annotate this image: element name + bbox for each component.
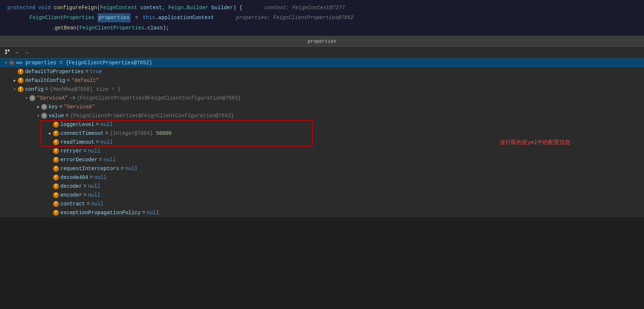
icon-f-decoder: f — [53, 183, 59, 189]
svg-rect-0 — [5, 50, 7, 51]
tree-row-decoder[interactable]: f decoder = null — [0, 182, 644, 191]
keyword-this: this — [143, 14, 155, 22]
param-context: context — [140, 4, 162, 12]
svg-rect-1 — [8, 50, 10, 51]
type-feign: Feign — [168, 4, 184, 12]
tree-row-errordecoder[interactable]: f errorDecoder = null — [0, 155, 644, 164]
expand-value[interactable]: ▾ — [35, 114, 41, 118]
tree-row-connecttimeout[interactable]: ▶ f connectTimeout = {Integer@7664} 5000… — [0, 129, 644, 138]
svg-rect-2 — [5, 52, 7, 54]
icon-f-exceptionpropagationpolicy: f — [53, 210, 59, 216]
root-expand-arrow[interactable]: ▾ — [3, 61, 9, 65]
annotation-text: 这行取的是yml中的配置信息 — [500, 139, 570, 146]
tree-row-encoder[interactable]: f encoder = null — [0, 191, 644, 200]
panel-title: properties — [308, 39, 336, 44]
icon-f-decode404: f — [53, 175, 59, 180]
icon-f-loggerlevel: f — [53, 122, 59, 127]
code-line-2: FeignClientProperties properties = this … — [0, 12, 644, 23]
root-icon: ∞ — [9, 60, 15, 66]
tree-row-defaulttoproperties[interactable]: f defaultToProperties = true — [0, 67, 644, 76]
tree-row-loggerlevel[interactable]: f loggerLevel = null — [0, 120, 644, 129]
debugger-panel: properties ← → ▾ ∞ ∞∞ properties = {Feig… — [0, 36, 644, 217]
debugger-toolbar: ← → — [0, 47, 644, 58]
icon-f-retryer: f — [53, 148, 59, 154]
type-builder: Builder — [187, 4, 208, 12]
expand-key[interactable]: ▶ — [35, 105, 41, 109]
tree-row-defaultconfig[interactable]: ▶ f defaultConfig = "default" — [0, 76, 644, 85]
field-application-context: applicationContext — [158, 14, 214, 22]
field-class: class — [147, 24, 163, 32]
code-comment-1: context: FeignContext@7277 — [265, 4, 345, 12]
tree-root-row[interactable]: ▾ ∞ ∞∞ properties = {FeignClientProperti… — [0, 58, 644, 67]
expand-config[interactable]: ▾ — [12, 87, 18, 91]
tree-row-value[interactable]: ▾ ≡ value = {FeignClientProperties$Feign… — [0, 111, 644, 120]
highlighted-region: f loggerLevel = null ▶ f connectTimeout … — [0, 120, 644, 147]
icon-map-key: ≡ — [41, 104, 47, 110]
code-line-3: .getBean ( FeignClientProperties . class… — [0, 23, 644, 33]
icon-f-encoder: f — [53, 192, 59, 198]
tree-row-contract[interactable]: f contract = null — [0, 200, 644, 208]
tree-row-retryer[interactable]: f retryer = null — [0, 147, 644, 155]
code-line-1: protected void configureFeign ( FeignCon… — [0, 3, 644, 12]
expand-connecttimeout[interactable]: ▶ — [47, 131, 53, 136]
variables-tree: ▾ ∞ ∞∞ properties = {FeignClientProperti… — [0, 58, 644, 217]
tree-row-decode404[interactable]: f decode404 = null — [0, 173, 644, 182]
keyword-void: void — [38, 4, 51, 12]
forward-button[interactable]: → — [23, 49, 31, 56]
param-builder: builder — [212, 4, 233, 12]
expand-defaultconfig[interactable]: ▶ — [12, 78, 18, 83]
expand-servicea[interactable]: ▾ — [24, 96, 29, 100]
var-properties-highlight: properties — [98, 13, 131, 22]
tree-row-servicea[interactable]: ▾ ≡ "ServiceA" -> {FeignClientProperties… — [0, 94, 644, 103]
type-feigncontext: FeignContext — [100, 4, 137, 12]
icon-f-errordecoder: f — [53, 157, 59, 163]
type-feignclientprops: FeignClientProperties — [29, 14, 94, 22]
icon-f-config: f — [18, 86, 24, 92]
icon-f-requestinterceptors: f — [53, 166, 59, 172]
icon-f-readtimeout: f — [53, 139, 59, 145]
icon-map-servicea: ≡ — [29, 95, 35, 101]
restore-view-button[interactable] — [3, 48, 12, 57]
method-name: configureFeign — [54, 4, 97, 12]
icon-f-defaulttoproperties: f — [18, 69, 24, 75]
tree-row-readtimeout[interactable]: f readTimeout = null 这行取的是yml中的配置信息 — [0, 138, 644, 147]
tree-row-key[interactable]: ▶ ≡ key = "ServiceA" — [0, 103, 644, 111]
back-button[interactable]: ← — [13, 49, 21, 56]
icon-f-defaultconfig: f — [18, 78, 24, 83]
root-label: ∞∞ properties = {FeignClientProperties@7… — [16, 60, 152, 66]
icon-map-value: ≡ — [41, 113, 47, 119]
tree-row-requestinterceptors[interactable]: f requestInterceptors = null — [0, 164, 644, 173]
icon-f-contract: f — [53, 201, 59, 207]
type-feignclientprops-arg: FeignClientProperties — [79, 24, 144, 32]
panel-header: properties — [0, 36, 644, 47]
code-editor: protected void configureFeign ( FeignCon… — [0, 0, 644, 36]
tree-row-config[interactable]: ▾ f config = {HashMap@7658} size = 1 — [0, 85, 644, 94]
code-comment-2: properties: FeignClientProperties@7652 — [236, 14, 353, 22]
tree-row-exceptionpropagationpolicy[interactable]: f exceptionPropagationPolicy = null — [0, 208, 644, 217]
icon-f-connecttimeout: f — [53, 130, 59, 136]
method-getbean: .getBean — [52, 24, 76, 32]
keyword-protected: protected — [7, 4, 35, 12]
